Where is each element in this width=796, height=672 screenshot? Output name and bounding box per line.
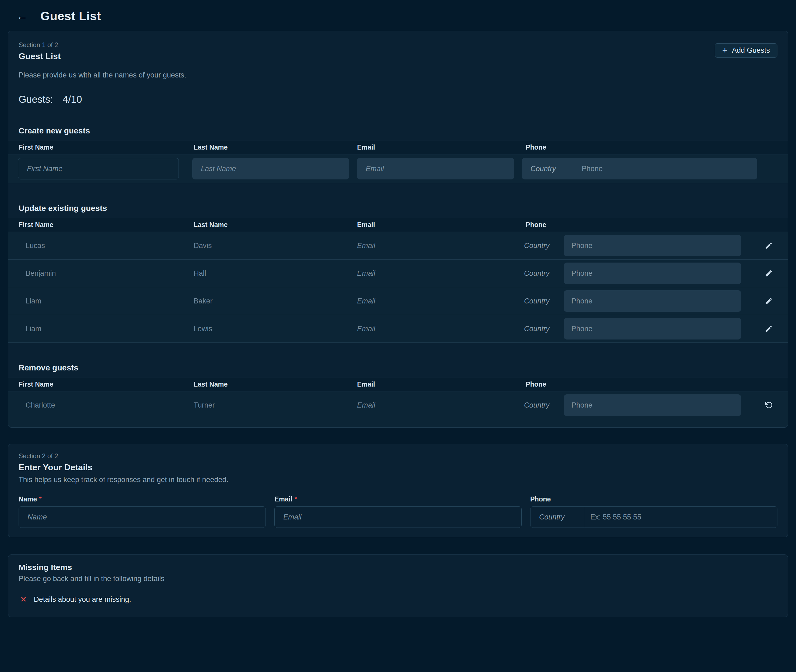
new-last-name-input[interactable] — [192, 158, 349, 179]
your-details-section-card: Section 2 of 2 Enter Your Details This h… — [8, 444, 788, 537]
section-description: This helps us keep track of responses an… — [19, 475, 777, 484]
back-arrow-icon[interactable]: ← — [16, 10, 29, 22]
col-email: Email — [347, 143, 515, 151]
guest-phone-input[interactable] — [564, 318, 741, 339]
guest-row: Charlotte Turner Email Country — [8, 391, 788, 419]
pencil-icon — [765, 269, 773, 277]
col-phone: Phone — [515, 381, 749, 388]
new-first-name-input[interactable] — [18, 158, 179, 179]
guest-last-name: Baker — [183, 297, 347, 305]
guest-country-selector[interactable]: Country — [515, 297, 564, 305]
guest-country-selector[interactable]: Country — [515, 242, 564, 250]
create-guests-heading: Create new guests — [19, 126, 788, 135]
guest-phone-input[interactable] — [564, 290, 741, 312]
guests-counter-label: Guests: — [19, 94, 53, 105]
remove-table-header: First Name Last Name Email Phone — [8, 377, 788, 391]
guest-country-selector[interactable]: Country — [515, 401, 564, 410]
name-field-group: Name* — [19, 495, 266, 528]
guest-first-name: Lucas — [8, 242, 183, 250]
guest-row: Liam Baker Email Country — [8, 287, 788, 315]
new-email-input[interactable] — [357, 158, 514, 179]
guest-phone-input[interactable] — [564, 262, 741, 284]
missing-items-list: ✕ Details about you are missing. — [19, 595, 777, 604]
guests-counter-value: 4/10 — [63, 94, 82, 105]
guest-email-placeholder: Email — [347, 242, 515, 250]
guest-row: Benjamin Hall Email Country — [8, 259, 788, 287]
create-table-header: First Name Last Name Email Phone — [8, 140, 788, 154]
guest-email-placeholder: Email — [347, 297, 515, 305]
missing-items-subtitle: Please go back and fill in the following… — [19, 574, 777, 583]
guest-row: Lucas Davis Email Country — [8, 232, 788, 259]
update-table-header: First Name Last Name Email Phone — [8, 218, 788, 232]
edit-guest-button[interactable] — [763, 268, 774, 279]
guest-phone-input[interactable] — [564, 235, 741, 256]
undo-remove-button[interactable] — [763, 399, 775, 411]
update-guests-heading: Update existing guests — [19, 204, 788, 213]
guest-row: Liam Lewis Email Country — [8, 315, 788, 343]
undo-icon — [764, 401, 773, 410]
section-title: Guest List — [19, 51, 788, 61]
guest-first-name: Liam — [8, 325, 183, 333]
missing-items-card: Missing Items Please go back and fill in… — [8, 554, 788, 617]
section-title: Enter Your Details — [19, 462, 777, 472]
col-last-name: Last Name — [183, 381, 347, 388]
page-title: Guest List — [40, 9, 101, 23]
phone-field-group: Phone Country — [530, 495, 777, 528]
col-last-name: Last Name — [183, 221, 347, 229]
your-details-fields: Name* Email* Phone Country — [19, 495, 777, 528]
section-description: Please provide us with all the names of … — [19, 71, 788, 79]
col-last-name: Last Name — [183, 143, 347, 151]
guest-first-name: Benjamin — [8, 269, 183, 278]
col-email: Email — [347, 221, 515, 229]
edit-guest-button[interactable] — [763, 295, 774, 307]
col-first-name: First Name — [8, 221, 183, 229]
email-field[interactable] — [274, 506, 522, 528]
guest-email-placeholder: Email — [347, 269, 515, 278]
email-label: Email* — [274, 495, 522, 503]
remove-table-footer — [8, 419, 788, 427]
pencil-icon — [765, 297, 773, 305]
pencil-icon — [765, 242, 773, 250]
guest-phone-cell: Country — [515, 262, 749, 284]
edit-guest-button[interactable] — [763, 323, 774, 334]
phone-label: Phone — [530, 495, 777, 503]
guest-country-selector[interactable]: Country — [515, 269, 564, 278]
guest-phone-cell: Country — [515, 318, 749, 339]
col-first-name: First Name — [8, 381, 183, 388]
guest-last-name: Lewis — [183, 325, 347, 333]
topbar: ← Guest List — [0, 0, 796, 31]
guest-phone-cell: Country — [515, 394, 749, 416]
phone-field[interactable] — [584, 507, 777, 528]
guest-email-placeholder: Email — [347, 401, 515, 410]
guest-email-placeholder: Email — [347, 325, 515, 333]
col-first-name: First Name — [8, 143, 183, 151]
missing-item-text: Details about you are missing. — [34, 595, 131, 604]
missing-items-title: Missing Items — [19, 563, 777, 572]
section-progress-label: Section 2 of 2 — [19, 452, 777, 460]
edit-guest-button[interactable] — [763, 240, 774, 251]
create-guest-row: Country — [8, 154, 788, 183]
phone-input-group: Country — [530, 506, 777, 528]
new-country-selector[interactable]: Country — [522, 165, 581, 173]
missing-item: ✕ Details about you are missing. — [19, 595, 777, 604]
error-x-icon: ✕ — [20, 595, 27, 604]
add-guests-label: Add Guests — [732, 46, 770, 54]
guest-last-name: Turner — [183, 401, 347, 410]
remove-guests-heading: Remove guests — [19, 363, 788, 372]
add-guests-button[interactable]: + Add Guests — [715, 43, 777, 58]
guest-phone-input[interactable] — [564, 394, 741, 416]
pencil-icon — [765, 325, 773, 333]
guest-phone-cell: Country — [515, 290, 749, 312]
name-field[interactable] — [19, 506, 266, 528]
guest-first-name: Liam — [8, 297, 183, 305]
col-phone: Phone — [515, 221, 749, 229]
guest-last-name: Davis — [183, 242, 347, 250]
guest-country-selector[interactable]: Country — [515, 325, 564, 333]
email-field-group: Email* — [274, 495, 522, 528]
guest-last-name: Hall — [183, 269, 347, 278]
new-phone-input[interactable] — [581, 158, 757, 179]
name-label: Name* — [19, 495, 266, 503]
plus-icon: + — [722, 45, 728, 54]
col-phone: Phone — [515, 143, 749, 151]
country-selector[interactable]: Country — [531, 507, 584, 528]
